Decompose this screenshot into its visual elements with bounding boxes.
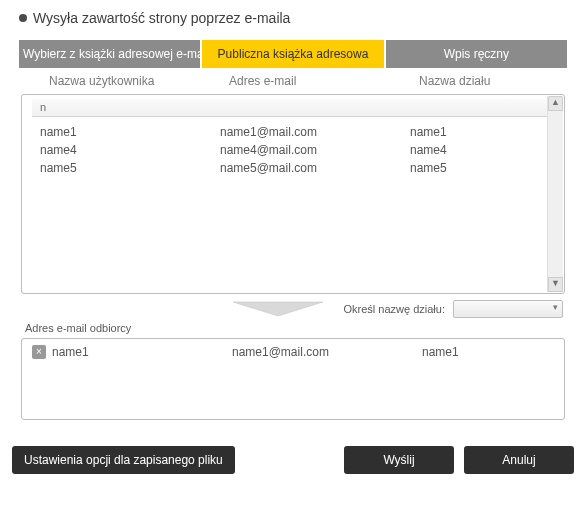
add-recipient-arrow-icon [223,300,333,318]
header-dept: Nazwa działu [419,74,557,88]
list-item[interactable]: name5 name5@mail.com name5 [32,159,554,177]
recipients-panel: × name1 name1@mail.com name1 [21,338,565,420]
search-filter-row[interactable]: n [32,99,554,117]
bullet-icon [19,14,27,22]
recipient-row[interactable]: × name1 name1@mail.com name1 [32,345,554,359]
cancel-button[interactable]: Anuluj [464,446,574,474]
saved-file-options-button[interactable]: Ustawienia opcji dla zapisanego pliku [12,446,235,474]
recipients-label: Adres e-mail odbiorcy [25,322,567,334]
tab-bar: Wybierz z książki adresowej e-mail Publi… [19,40,567,68]
list-item[interactable]: name1 name1@mail.com name1 [32,123,554,141]
scrollbar-vertical[interactable]: ▲ ▼ [547,96,563,292]
recipient-dept: name1 [422,345,554,359]
scroll-up-icon[interactable]: ▲ [548,96,563,111]
cell-name: name4 [40,143,220,157]
address-list-panel: n name1 name1@mail.com name1 name4 name4… [21,94,565,294]
header-email: Adres e-mail [229,74,419,88]
recipient-name: name1 [52,345,232,359]
cell-email: name4@mail.com [220,143,410,157]
list-item[interactable]: name4 name4@mail.com name4 [32,141,554,159]
tab-manual-entry[interactable]: Wpis ręczny [386,40,567,68]
remove-recipient-icon[interactable]: × [32,345,46,359]
cell-email: name5@mail.com [220,161,410,175]
cell-dept: name1 [410,125,554,139]
dialog-title: Wysyła zawartość strony poprzez e-maila [33,10,290,26]
scroll-down-icon[interactable]: ▼ [548,277,563,292]
header-username: Nazwa użytkownika [49,74,229,88]
middle-row: Określ nazwę działu: [23,300,563,318]
column-headers: Nazwa użytkownika Adres e-mail Nazwa dzi… [19,68,567,94]
recipient-email: name1@mail.com [232,345,422,359]
svg-marker-0 [233,302,323,316]
dialog-title-row: Wysyła zawartość strony poprzez e-maila [19,10,567,26]
tab-email-addressbook[interactable]: Wybierz z książki adresowej e-mail [19,40,200,68]
cell-dept: name5 [410,161,554,175]
dept-filter-select[interactable] [453,300,563,318]
dept-filter-label: Określ nazwę działu: [344,303,446,315]
cell-name: name1 [40,125,220,139]
bottom-bar: Ustawienia opcji dla zapisanego pliku Wy… [0,446,586,484]
send-button[interactable]: Wyślij [344,446,454,474]
cell-dept: name4 [410,143,554,157]
tab-public-addressbook[interactable]: Publiczna książka adresowa [202,40,383,68]
cell-email: name1@mail.com [220,125,410,139]
address-list: name1 name1@mail.com name1 name4 name4@m… [22,117,564,187]
cell-name: name5 [40,161,220,175]
